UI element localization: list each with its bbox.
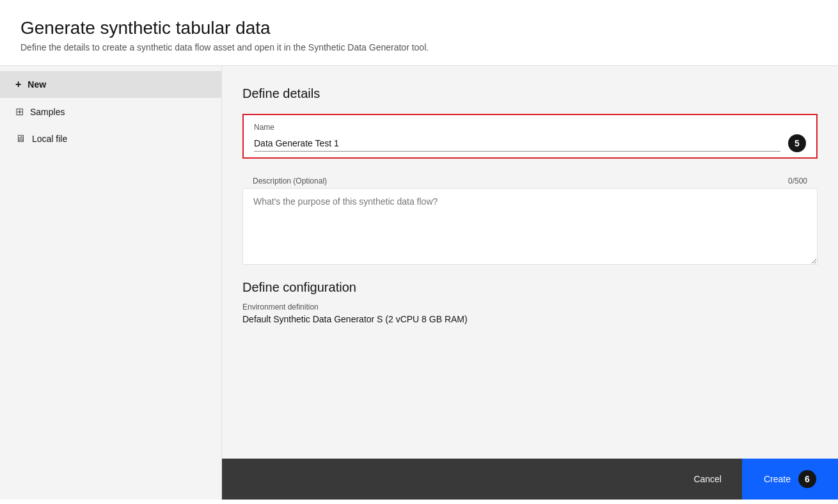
create-label: Create (764, 474, 791, 484)
sidebar-item-label-local-file: Local file (32, 134, 67, 144)
name-label: Name (254, 123, 806, 132)
define-config-title: Define configuration (242, 280, 818, 295)
create-badge: 6 (798, 470, 816, 488)
local-file-icon: 🖥 (15, 133, 26, 145)
name-field-wrapper: Name 5 (242, 114, 818, 159)
env-definition-value: Default Synthetic Data Generator S (2 vC… (242, 314, 818, 324)
description-count: 0/500 (788, 177, 807, 185)
sidebar-item-samples[interactable]: ⊞ Samples (0, 98, 221, 125)
description-label: Description (Optional) (253, 177, 327, 185)
bottom-bar: Cancel Create 6 (222, 459, 838, 500)
env-definition-label: Environment definition (242, 303, 818, 311)
name-badge: 5 (788, 134, 806, 152)
page-title: Generate synthetic tabular data (20, 18, 818, 38)
sidebar: + New ⊞ Samples 🖥 Local file (0, 66, 222, 500)
desc-header: Description (Optional) 0/500 (242, 169, 818, 188)
define-details-title: Define details (242, 86, 818, 101)
description-field-group: Description (Optional) 0/500 (242, 169, 818, 265)
cancel-button[interactable]: Cancel (673, 459, 742, 500)
samples-icon: ⊞ (15, 106, 24, 118)
page-subtitle: Define the details to create a synthetic… (20, 42, 818, 52)
plus-icon: + (15, 79, 21, 90)
sidebar-item-local-file[interactable]: 🖥 Local file (0, 125, 221, 152)
sidebar-item-label-new: New (28, 79, 46, 90)
page-header: Generate synthetic tabular data Define t… (0, 0, 838, 66)
right-panel: Define details Name 5 Description (Optio… (222, 66, 838, 500)
sidebar-item-label-samples: Samples (30, 107, 65, 117)
name-input[interactable] (254, 136, 780, 152)
create-button-wrapper: Create 6 (742, 459, 838, 500)
sidebar-item-new[interactable]: + New (0, 71, 221, 98)
create-button[interactable]: Create 6 (743, 460, 837, 498)
env-definition-group: Environment definition Default Synthetic… (242, 303, 818, 324)
description-textarea[interactable] (242, 188, 818, 265)
name-field-group: Name 5 (242, 114, 818, 159)
